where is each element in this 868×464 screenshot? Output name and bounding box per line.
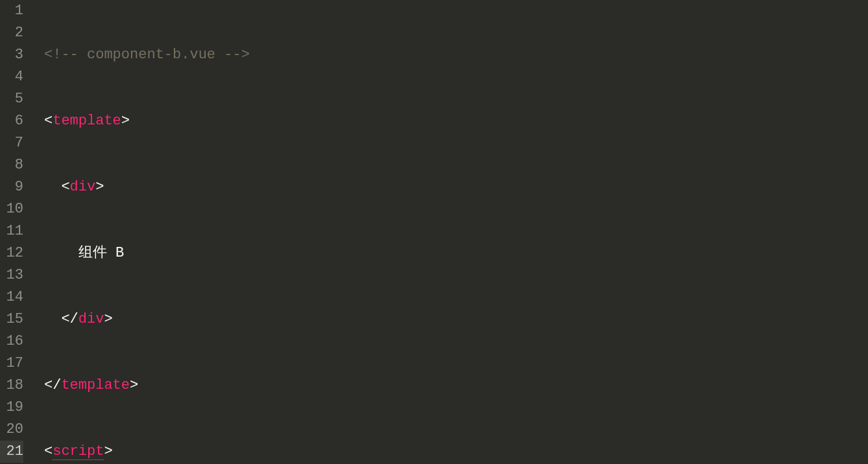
- line-number: 7: [0, 132, 23, 154]
- code-line[interactable]: <!-- component-b.vue -->: [44, 44, 868, 66]
- line-number: 9: [0, 176, 23, 198]
- line-number-gutter: 1 2 3 4 5 6 7 8 9 10 11 12 13 14 15 16 1…: [0, 0, 31, 464]
- script-tag: script: [53, 443, 104, 460]
- line-number: 17: [0, 353, 23, 375]
- line-number: 14: [0, 286, 23, 308]
- line-number: 3: [0, 44, 23, 66]
- code-editor[interactable]: 1 2 3 4 5 6 7 8 9 10 11 12 13 14 15 16 1…: [0, 0, 868, 464]
- line-number: 2: [0, 22, 23, 44]
- template-tag: template: [53, 113, 121, 129]
- div-tag: div: [70, 179, 96, 195]
- code-line[interactable]: 组件 B: [44, 242, 868, 264]
- line-number: 6: [0, 110, 23, 132]
- line-number: 13: [0, 264, 23, 286]
- line-number: 15: [0, 308, 23, 331]
- line-number: 12: [0, 242, 23, 264]
- template-close-tag: template: [61, 377, 130, 393]
- line-number: 11: [0, 220, 23, 242]
- line-number: 4: [0, 66, 23, 88]
- code-line[interactable]: </template>: [44, 375, 868, 397]
- line-number: 16: [0, 331, 23, 353]
- comment-token: <!-- component-b.vue -->: [44, 47, 250, 63]
- line-number: 5: [0, 88, 23, 110]
- line-number: 19: [0, 397, 23, 419]
- text-content: 组件 B: [78, 245, 124, 261]
- code-line[interactable]: </div>: [44, 308, 868, 331]
- div-close-tag: div: [78, 311, 104, 327]
- code-line[interactable]: <template>: [44, 110, 868, 132]
- code-line[interactable]: <script>: [44, 441, 868, 463]
- code-area[interactable]: <!-- component-b.vue --> <template> <div…: [31, 0, 868, 464]
- line-number: 20: [0, 419, 23, 441]
- line-number: 8: [0, 154, 23, 176]
- line-number: 21: [0, 441, 23, 463]
- line-number: 18: [0, 375, 23, 397]
- line-number: 1: [0, 0, 23, 22]
- line-number: 10: [0, 198, 23, 220]
- code-line[interactable]: <div>: [44, 176, 868, 198]
